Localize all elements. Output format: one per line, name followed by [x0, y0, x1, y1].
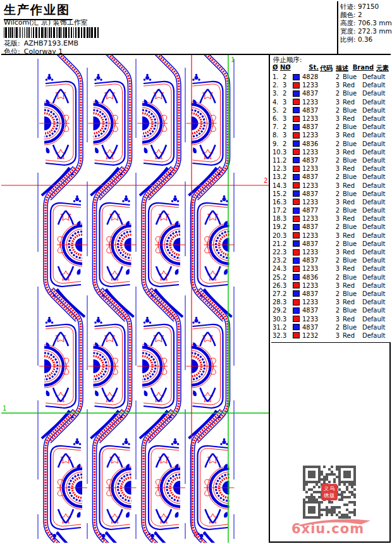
cell-needle: 3: [283, 182, 293, 189]
cell-stop: 25.: [271, 274, 283, 281]
cell-needle: 3: [283, 149, 293, 156]
table-row: 6.312333RedDefault: [271, 114, 391, 123]
cell-stitches: 4837: [302, 157, 324, 164]
cell-desc: Blue: [340, 90, 361, 97]
cell-chip: [293, 132, 302, 139]
cell-stitches: 1233: [302, 282, 324, 289]
col-needle: NØ: [280, 64, 294, 73]
cell-stop: 30.: [271, 316, 283, 323]
cell-stitches: 1232: [302, 332, 324, 339]
cell-brand: Default: [361, 115, 390, 122]
barcode: [4, 27, 102, 38]
cell-stop: 24.: [271, 265, 283, 272]
color-chip: [293, 240, 300, 247]
cell-stop: 2.: [271, 82, 283, 89]
cell-desc: Red: [340, 215, 361, 222]
cell-desc: Blue: [340, 240, 361, 247]
cell-brand: Default: [361, 282, 390, 289]
cell-brand: Default: [361, 307, 390, 314]
cell-stitches: 4877: [302, 207, 324, 214]
color-chip: [293, 282, 300, 288]
cell-brand: Default: [361, 90, 390, 97]
color-chip: [293, 274, 300, 280]
cell-chip: [293, 82, 302, 89]
table-row: 23.248372BlueDefault: [271, 256, 391, 264]
cell-code: 3: [324, 165, 340, 172]
embroidery-motifs: [39, 55, 235, 543]
cell-stitches: 4837: [302, 123, 324, 130]
guide-label-1-top: 1: [231, 56, 235, 63]
cell-code: 2: [324, 73, 340, 80]
cell-stitches: 1233: [302, 199, 324, 206]
table-row: 11.248372BlueDefault: [271, 156, 391, 164]
cell-brand: Default: [361, 316, 390, 323]
cell-code: 2: [324, 324, 340, 331]
cell-desc: Red: [340, 232, 361, 239]
table-row: 25.248362BlueDefault: [271, 273, 391, 281]
table-row: 24.312333RedDefault: [271, 264, 391, 273]
cell-needle: 3: [283, 199, 293, 206]
cell-stitches: 4837: [302, 107, 324, 114]
cell-brand: Default: [361, 132, 390, 139]
cell-code: 2: [324, 157, 340, 164]
col-brand: Brand: [352, 64, 376, 73]
cell-needle: 2: [283, 73, 293, 80]
cell-stitches: 1233: [302, 316, 324, 323]
cell-code: 3: [324, 316, 340, 323]
cell-chip: [293, 249, 302, 256]
cell-stitches: 1233: [302, 249, 324, 256]
cell-stitches: 1233: [302, 232, 324, 239]
cell-stitches: 1233: [302, 132, 324, 139]
cell-desc: Red: [340, 165, 361, 172]
cell-needle: 2: [283, 157, 293, 164]
cell-needle: 3: [283, 215, 293, 222]
table-row: 1.248282BlueDefault: [271, 73, 391, 81]
color-chip: [293, 249, 300, 256]
cell-code: 3: [324, 282, 340, 289]
table-row: 13.248372BlueDefault: [271, 173, 391, 181]
cell-desc: Blue: [340, 257, 361, 264]
cell-stitches: 4828: [302, 73, 324, 80]
cell-code: 3: [324, 215, 340, 222]
cell-code: 3: [324, 149, 340, 156]
color-chip: [293, 316, 300, 322]
color-chip: [293, 140, 300, 147]
cell-code: 2: [324, 107, 340, 114]
table-row: 26.312333RedDefault: [271, 281, 391, 290]
cell-code: 3: [324, 199, 340, 206]
cell-brand: Default: [361, 123, 390, 130]
cell-stitches: 4837: [302, 257, 324, 264]
cell-stop: 6.: [271, 115, 283, 122]
cell-brand: Default: [361, 240, 390, 247]
color-chip: [293, 207, 300, 214]
color-chip: [293, 232, 300, 238]
cell-desc: Blue: [340, 173, 361, 180]
cell-brand: Default: [361, 290, 390, 297]
cell-chip: [293, 149, 302, 155]
cell-stitches: 4836: [302, 274, 324, 281]
cell-brand: Default: [361, 299, 390, 306]
table-row: 4.312333RedDefault: [271, 98, 391, 106]
cell-code: 2: [324, 290, 340, 297]
cell-chip: [293, 140, 302, 147]
cell-chip: [293, 116, 302, 122]
table-row: 5.248372BlueDefault: [271, 106, 391, 114]
cell-stop: 12.: [271, 165, 283, 172]
cell-needle: 2: [283, 140, 293, 147]
cell-stop: 23.: [271, 257, 283, 264]
cell-chip: [293, 107, 302, 113]
table-body: 1.248282BlueDefault2.312333RedDefault3.2…: [271, 73, 391, 340]
cell-stop: 19.: [271, 223, 283, 230]
cell-brand: Default: [361, 140, 390, 147]
cell-desc: Blue: [340, 157, 361, 164]
cell-needle: 2: [283, 107, 293, 114]
cell-needle: 2: [283, 240, 293, 247]
cell-brand: Default: [361, 265, 390, 272]
cell-brand: Default: [361, 165, 390, 172]
cell-desc: Blue: [340, 307, 361, 314]
color-chip: [293, 332, 300, 338]
color-chip: [293, 257, 300, 264]
color-chip: [293, 107, 300, 113]
cell-code: 3: [324, 132, 340, 139]
guide-label-1-left: 1: [3, 405, 6, 412]
